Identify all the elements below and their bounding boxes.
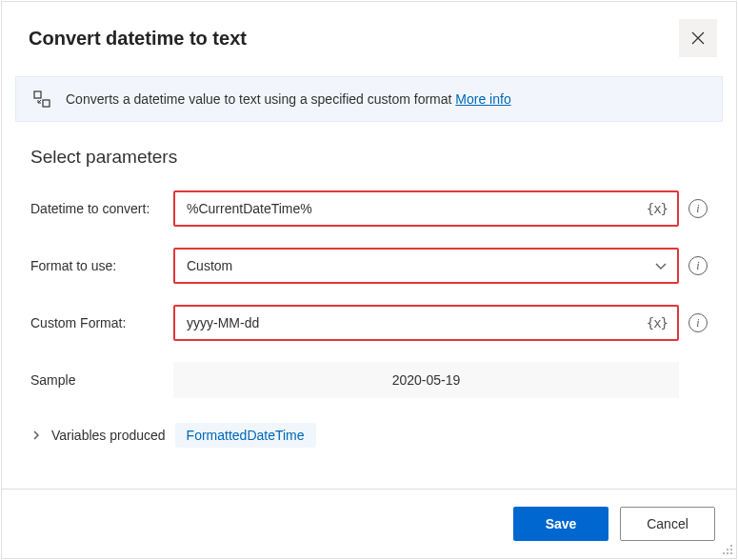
sample-output: 2020-05-19: [173, 362, 679, 398]
info-icon-format[interactable]: i: [688, 256, 708, 275]
close-icon: [691, 31, 705, 45]
chevron-down-icon: [654, 259, 668, 272]
convert-action-icon: [33, 90, 50, 108]
input-custom-format-value: yyyy-MM-dd: [187, 315, 647, 330]
save-button[interactable]: Save: [513, 507, 608, 541]
variable-picker-icon[interactable]: {x}: [647, 315, 668, 330]
info-icon-custom-format[interactable]: i: [688, 313, 708, 332]
banner-description: Converts a datetime value to text using …: [66, 91, 455, 107]
svg-rect-1: [43, 100, 50, 107]
section-title: Select parameters: [30, 147, 708, 168]
svg-point-3: [727, 549, 728, 550]
dialog-content: Select parameters Datetime to convert: %…: [2, 122, 736, 489]
label-sample: Sample: [30, 372, 173, 388]
variable-badge[interactable]: FormattedDateTime: [175, 423, 316, 448]
label-format: Format to use:: [30, 258, 173, 273]
input-datetime-value: %CurrentDateTime%: [187, 201, 647, 216]
dialog-title: Convert datetime to text: [29, 28, 247, 50]
variable-picker-icon[interactable]: {x}: [647, 201, 668, 216]
label-custom-format: Custom Format:: [30, 315, 173, 330]
svg-point-4: [730, 549, 732, 550]
row-custom-format: Custom Format: yyyy-MM-dd {x} i: [30, 305, 708, 341]
info-banner: Converts a datetime value to text using …: [15, 76, 723, 122]
dialog-header: Convert datetime to text: [2, 2, 736, 69]
select-format-value: Custom: [187, 258, 654, 273]
info-banner-text: Converts a datetime value to text using …: [66, 91, 511, 107]
sample-value: 2020-05-19: [392, 372, 461, 388]
close-button[interactable]: [679, 19, 717, 57]
dialog-convert-datetime: Convert datetime to text Converts a date…: [1, 1, 737, 559]
svg-point-2: [730, 545, 732, 547]
label-datetime: Datetime to convert:: [30, 201, 173, 216]
variables-produced-row[interactable]: Variables produced FormattedDateTime: [30, 423, 708, 448]
variables-produced-label: Variables produced: [51, 428, 166, 443]
row-format: Format to use: Custom i: [30, 248, 708, 284]
svg-point-5: [723, 552, 725, 554]
input-custom-format[interactable]: yyyy-MM-dd {x}: [173, 305, 679, 341]
row-sample: Sample 2020-05-19: [30, 362, 708, 398]
row-datetime: Datetime to convert: %CurrentDateTime% {…: [30, 190, 708, 227]
svg-point-7: [730, 552, 732, 554]
cancel-button[interactable]: Cancel: [620, 507, 715, 541]
more-info-link[interactable]: More info: [455, 91, 510, 107]
svg-point-6: [727, 552, 728, 554]
chevron-right-icon: [30, 430, 42, 441]
select-format-to-use[interactable]: Custom: [173, 248, 679, 284]
input-datetime-to-convert[interactable]: %CurrentDateTime% {x}: [173, 190, 679, 227]
svg-rect-0: [34, 91, 41, 98]
info-icon-datetime[interactable]: i: [688, 199, 708, 218]
resize-grip-icon[interactable]: [720, 542, 733, 555]
dialog-footer: Save Cancel: [2, 489, 736, 558]
